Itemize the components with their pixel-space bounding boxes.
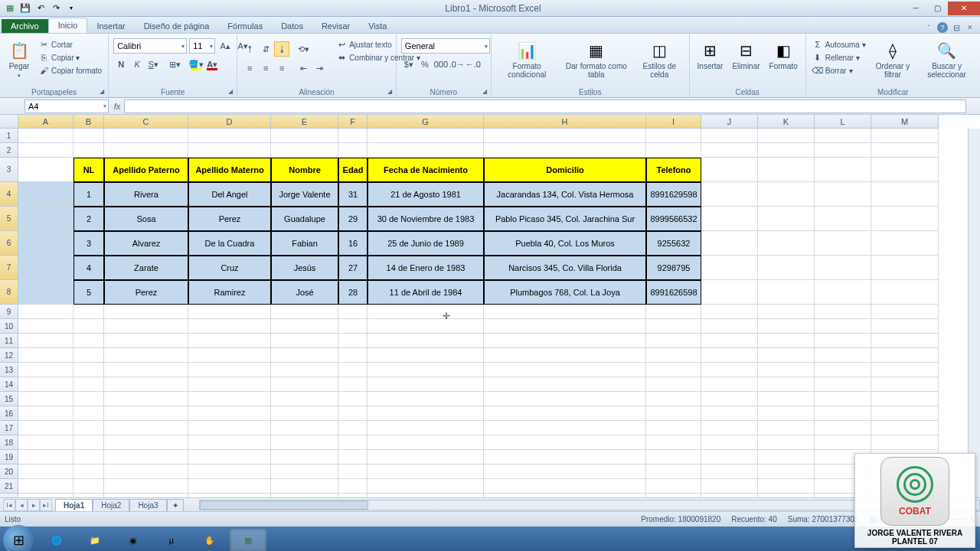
format-cells-button[interactable]: ◧Formato xyxy=(766,38,801,73)
find-select-button[interactable]: 🔍Buscar y seleccionar xyxy=(918,38,975,80)
new-sheet-button[interactable]: ✦ xyxy=(167,499,184,511)
cell-E8[interactable]: José xyxy=(271,280,338,305)
taskbar-chrome[interactable]: ◉ xyxy=(115,529,152,551)
cell-E18[interactable] xyxy=(271,435,338,450)
cell-H6[interactable]: Puebla 40, Col. Los Muros xyxy=(484,231,646,256)
cell-A10[interactable] xyxy=(18,319,74,334)
cell-J14[interactable] xyxy=(701,377,758,392)
cell-I22[interactable] xyxy=(646,494,701,497)
cell-C13[interactable] xyxy=(104,363,188,377)
cell-C21[interactable] xyxy=(104,479,188,494)
cell-A6[interactable] xyxy=(18,231,74,256)
cell-I6[interactable]: 9255632 xyxy=(646,231,701,256)
cell-E13[interactable] xyxy=(271,363,338,377)
cell-M13[interactable] xyxy=(871,363,939,377)
cell-E12[interactable] xyxy=(271,348,338,363)
cell-J18[interactable] xyxy=(701,435,758,450)
cell-J5[interactable] xyxy=(701,207,758,231)
cell-G21[interactable] xyxy=(368,479,484,494)
cell-E2[interactable] xyxy=(271,143,338,158)
cell-M18[interactable] xyxy=(871,435,939,450)
cell-F9[interactable] xyxy=(338,305,368,319)
cell-B2[interactable] xyxy=(74,143,104,158)
cell-C15[interactable] xyxy=(104,392,188,406)
row-header-17[interactable]: 17 xyxy=(0,421,18,435)
cell-G15[interactable] xyxy=(368,392,484,406)
cell-G17[interactable] xyxy=(368,421,484,435)
cell-B9[interactable] xyxy=(74,305,104,319)
cell-H18[interactable] xyxy=(484,435,646,450)
cell-D5[interactable]: Perez xyxy=(188,207,271,231)
cell-C22[interactable] xyxy=(104,494,188,497)
cell-M1[interactable] xyxy=(871,129,939,143)
cell-A2[interactable] xyxy=(18,143,74,158)
increase-indent-button[interactable]: ⇥ xyxy=(312,60,327,76)
cell-E15[interactable] xyxy=(271,392,338,406)
cell-G13[interactable] xyxy=(368,363,484,377)
cell-H4[interactable]: Jacarandas 134, Col. Vista Hermosa xyxy=(484,182,646,207)
name-box[interactable]: A4 xyxy=(24,99,109,113)
column-header-B[interactable]: B xyxy=(74,115,104,129)
cell-C12[interactable] xyxy=(104,348,188,363)
cell-J7[interactable] xyxy=(701,256,758,280)
cell-E17[interactable] xyxy=(271,421,338,435)
start-button[interactable]: ⊞ xyxy=(3,525,34,551)
taskbar-explorer[interactable]: 📁 xyxy=(77,529,113,551)
cell-G16[interactable] xyxy=(368,406,484,421)
row-header-11[interactable]: 11 xyxy=(0,334,18,348)
cell-L6[interactable] xyxy=(815,231,871,256)
cell-G11[interactable] xyxy=(368,334,484,348)
cell-G1[interactable] xyxy=(368,129,484,143)
row-header-6[interactable]: 6 xyxy=(0,231,18,256)
cell-I16[interactable] xyxy=(646,406,701,421)
cell-F5[interactable]: 29 xyxy=(338,207,368,231)
cell-E19[interactable] xyxy=(271,450,338,465)
cell-K2[interactable] xyxy=(758,143,815,158)
maximize-button[interactable]: ▢ xyxy=(926,2,948,15)
scroll-thumb[interactable] xyxy=(200,500,368,510)
cell-H15[interactable] xyxy=(484,392,646,406)
cell-M12[interactable] xyxy=(871,348,939,363)
cell-J15[interactable] xyxy=(701,392,758,406)
cell-B3[interactable]: NL xyxy=(74,158,104,182)
row-header-22[interactable]: 22 xyxy=(0,494,18,497)
cell-H1[interactable] xyxy=(484,129,646,143)
cell-E5[interactable]: Guadalupe xyxy=(271,207,338,231)
cell-K21[interactable] xyxy=(758,479,815,494)
column-header-L[interactable]: L xyxy=(815,115,871,129)
cell-L9[interactable] xyxy=(815,305,871,319)
cell-K12[interactable] xyxy=(758,348,815,363)
cell-H19[interactable] xyxy=(484,450,646,465)
cell-C18[interactable] xyxy=(104,435,188,450)
cell-B15[interactable] xyxy=(74,392,104,406)
cell-A17[interactable] xyxy=(18,421,74,435)
cell-I12[interactable] xyxy=(646,348,701,363)
cell-L17[interactable] xyxy=(815,421,871,435)
cell-A3[interactable] xyxy=(18,158,74,182)
paste-button[interactable]: 📋 Pegar▾ xyxy=(5,38,34,80)
cell-G22[interactable] xyxy=(368,494,484,497)
cell-A20[interactable] xyxy=(18,465,74,479)
minimize-ribbon-icon[interactable]: ˇ xyxy=(923,22,934,33)
cell-I9[interactable] xyxy=(646,305,701,319)
row-header-12[interactable]: 12 xyxy=(0,348,18,363)
cell-D15[interactable] xyxy=(188,392,271,406)
cell-E11[interactable] xyxy=(271,334,338,348)
row-header-7[interactable]: 7 xyxy=(0,256,18,280)
cell-H10[interactable] xyxy=(484,319,646,334)
cell-C9[interactable] xyxy=(104,305,188,319)
row-header-16[interactable]: 16 xyxy=(0,406,18,421)
cell-J6[interactable] xyxy=(701,231,758,256)
cell-C5[interactable]: Sosa xyxy=(104,207,188,231)
cell-E14[interactable] xyxy=(271,377,338,392)
row-header-5[interactable]: 5 xyxy=(0,207,18,231)
cell-I18[interactable] xyxy=(646,435,701,450)
cell-E16[interactable] xyxy=(271,406,338,421)
cell-C7[interactable]: Zarate xyxy=(104,256,188,280)
cell-M9[interactable] xyxy=(871,305,939,319)
row-header-8[interactable]: 8 xyxy=(0,280,18,305)
tab-diseño-de-página[interactable]: Diseño de página xyxy=(135,19,219,33)
excel-icon[interactable]: ▦ xyxy=(3,2,17,15)
cell-B5[interactable]: 2 xyxy=(74,207,104,231)
cell-H16[interactable] xyxy=(484,406,646,421)
